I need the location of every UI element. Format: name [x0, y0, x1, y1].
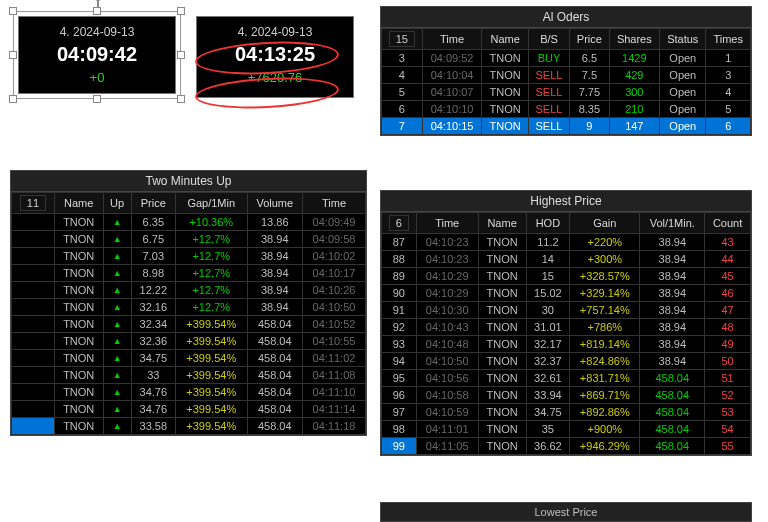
table-row[interactable]: 9604:10:58TNON33.94+869.71%458.0452	[382, 387, 751, 404]
table-row[interactable]: 9004:10:29TNON15.02+329.14%38.9446	[382, 285, 751, 302]
table-row[interactable]: 604:10:10TNONSELL8.35210Open5	[382, 101, 751, 118]
volume-cell: 458.04	[640, 438, 705, 455]
time-cell: 04:10:30	[416, 302, 478, 319]
gap-cell: +399.54%	[176, 418, 248, 435]
column-header[interactable]: Gain	[570, 213, 640, 234]
table-row[interactable]: 704:10:15TNONSELL9147Open6	[382, 118, 751, 135]
column-header[interactable]: Status	[660, 29, 706, 50]
table-row[interactable]: TNON▲7.03+12.7%38.9404:10:02	[12, 248, 366, 265]
table-row[interactable]: 9804:11:01TNON35+900%458.0454	[382, 421, 751, 438]
status-cell: Open	[660, 118, 706, 135]
clock2-date: 4. 2024-09-13	[211, 25, 339, 39]
column-header[interactable]: Volume	[247, 193, 303, 214]
volume-cell: 458.04	[640, 404, 705, 421]
resize-handle[interactable]	[93, 7, 101, 15]
symbol-cell: TNON	[54, 214, 103, 231]
symbol-cell: TNON	[54, 418, 103, 435]
volume-cell: 38.94	[247, 265, 303, 282]
rotate-handle-icon[interactable]	[93, 0, 103, 1]
volume-cell: 458.04	[247, 350, 303, 367]
table-row[interactable]: 9404:10:50TNON32.37+824.86%38.9450	[382, 353, 751, 370]
table-row[interactable]: 9304:10:48TNON32.17+819.14%38.9449	[382, 336, 751, 353]
table-row[interactable]: TNON▲33.58+399.54%458.0404:11:18	[12, 418, 366, 435]
column-header[interactable]: Name	[478, 213, 526, 234]
column-header[interactable]: Price	[131, 193, 175, 214]
table-row[interactable]: 9204:10:43TNON31.01+786%38.9448	[382, 319, 751, 336]
table-row[interactable]: TNON▲32.16+12.7%38.9404:10:50	[12, 299, 366, 316]
table-row[interactable]: TNON▲6.75+12.7%38.9404:09:58	[12, 231, 366, 248]
resize-handle[interactable]	[9, 95, 17, 103]
column-header[interactable]: Shares	[609, 29, 660, 50]
symbol-cell: TNON	[482, 84, 528, 101]
table-row[interactable]: TNON▲34.76+399.54%458.0404:11:10	[12, 384, 366, 401]
count-cell: 49	[705, 336, 751, 353]
resize-handle[interactable]	[93, 95, 101, 103]
column-header[interactable]: Up	[103, 193, 131, 214]
price-cell: 12.22	[131, 282, 175, 299]
column-header[interactable]: B/S	[528, 29, 569, 50]
column-header[interactable]: Vol/1Min.	[640, 213, 705, 234]
hod-cell: 31.01	[526, 319, 570, 336]
gain-cell: +900%	[570, 421, 640, 438]
symbol-cell: TNON	[478, 421, 526, 438]
column-header[interactable]: Name	[482, 29, 528, 50]
resize-handle[interactable]	[177, 7, 185, 15]
volume-cell: 38.94	[640, 319, 705, 336]
table-row[interactable]: TNON▲12.22+12.7%38.9404:10:26	[12, 282, 366, 299]
shares-cell: 210	[609, 101, 660, 118]
gain-cell: +819.14%	[570, 336, 640, 353]
count-cell: 52	[705, 387, 751, 404]
time-cell: 04:10:26	[303, 282, 366, 299]
symbol-cell: TNON	[478, 336, 526, 353]
symbol-cell: TNON	[54, 248, 103, 265]
row-marker	[12, 401, 55, 418]
row-count: 6	[389, 215, 409, 231]
table-row[interactable]: 404:10:04TNONSELL7.5429Open3	[382, 67, 751, 84]
column-header[interactable]: HOD	[526, 213, 570, 234]
column-header[interactable]: Price	[570, 29, 609, 50]
up-arrow-icon: ▲	[103, 350, 131, 367]
table-row[interactable]: TNON▲32.34+399.54%458.0404:10:52	[12, 316, 366, 333]
clock-widget-2[interactable]: 4. 2024-09-13 04:13:25 +7620.76	[196, 16, 354, 98]
table-row[interactable]: 9504:10:56TNON32.61+831.71%458.0451	[382, 370, 751, 387]
column-header[interactable]: Name	[54, 193, 103, 214]
time-cell: 04:10:59	[416, 404, 478, 421]
table-row[interactable]: 8804:10:23TNON14+300%38.9444	[382, 251, 751, 268]
table-row[interactable]: TNON▲8.98+12.7%38.9404:10:17	[12, 265, 366, 282]
table-row[interactable]: TNON▲34.76+399.54%458.0404:11:14	[12, 401, 366, 418]
table-row[interactable]: TNON▲32.36+399.54%458.0404:10:55	[12, 333, 366, 350]
column-header[interactable]: Count	[705, 213, 751, 234]
row-marker	[12, 248, 55, 265]
table-row[interactable]: TNON▲6.35+10.36%13.8604:09:49	[12, 214, 366, 231]
table-row[interactable]: TNON▲34.75+399.54%458.0404:11:02	[12, 350, 366, 367]
gap-cell: +12.7%	[176, 299, 248, 316]
volume-cell: 13.86	[247, 214, 303, 231]
time-cell: 04:10:52	[303, 316, 366, 333]
row-number: 5	[382, 84, 423, 101]
resize-handle[interactable]	[9, 51, 17, 59]
buy-sell-cell: SELL	[528, 67, 569, 84]
column-header[interactable]: Time	[303, 193, 366, 214]
symbol-cell: TNON	[478, 387, 526, 404]
table-row[interactable]: TNON▲33+399.54%458.0404:11:08	[12, 367, 366, 384]
resize-handle[interactable]	[9, 7, 17, 15]
clock-widget-1[interactable]: 4. 2024-09-13 04:09:42 +0	[18, 16, 176, 94]
two-minutes-panel: Two Minutes Up 11NameUpPriceGap/1MinVolu…	[10, 170, 367, 436]
gap-cell: +399.54%	[176, 333, 248, 350]
resize-handle[interactable]	[177, 51, 185, 59]
column-header[interactable]: Gap/1Min	[176, 193, 248, 214]
column-header[interactable]: Time	[422, 29, 482, 50]
table-row[interactable]: 504:10:07TNONSELL7.75300Open4	[382, 84, 751, 101]
resize-handle[interactable]	[177, 95, 185, 103]
table-row[interactable]: 8704:10:23TNON11.2+220%38.9443	[382, 234, 751, 251]
table-row[interactable]: 8904:10:29TNON15+328.57%38.9445	[382, 268, 751, 285]
table-row[interactable]: 304:09:52TNONBUY6.51429Open1	[382, 50, 751, 67]
two-minutes-table: 11NameUpPriceGap/1MinVolumeTime TNON▲6.3…	[11, 192, 366, 435]
column-header[interactable]: Times	[706, 29, 751, 50]
buy-sell-cell: BUY	[528, 50, 569, 67]
table-row[interactable]: 9904:11:05TNON36.62+946.29%458.0455	[382, 438, 751, 455]
table-row[interactable]: 9104:10:30TNON30+757.14%38.9447	[382, 302, 751, 319]
table-row[interactable]: 9704:10:59TNON34.75+892.86%458.0453	[382, 404, 751, 421]
symbol-cell: TNON	[478, 438, 526, 455]
column-header[interactable]: Time	[416, 213, 478, 234]
